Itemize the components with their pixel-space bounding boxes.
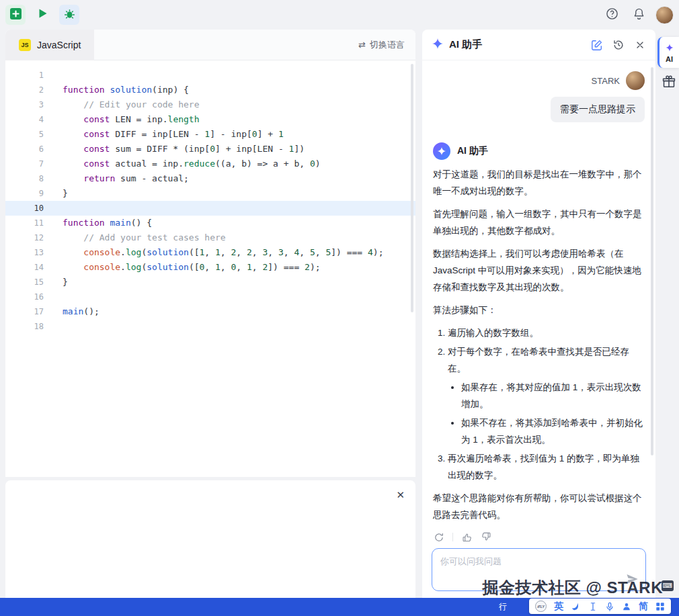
- code-line[interactable]: 8 return sum - actual;: [5, 171, 415, 186]
- new-file-button[interactable]: [5, 5, 26, 25]
- send-icon[interactable]: [625, 572, 639, 586]
- line-number[interactable]: 10: [5, 201, 44, 216]
- line-number[interactable]: 1: [5, 68, 44, 83]
- line-number[interactable]: 13: [5, 245, 44, 260]
- user-avatar[interactable]: [655, 6, 674, 24]
- code-text: return sum - actual;: [44, 171, 189, 186]
- ai-substep: 如果存在，将其对应的值加 1，表示出现次数增加。: [461, 379, 645, 412]
- chat-messages: STARK 需要一点思路提示 AI 助手 对于这道题，我们的目标是找出在一堆数字…: [422, 60, 655, 541]
- code-text: function solution(inp) {: [44, 83, 189, 97]
- line-number[interactable]: 16: [5, 290, 44, 304]
- ai-panel-header-actions: [591, 39, 646, 51]
- editor-tabbar: JS JavaScript ⇄ 切换语言: [5, 30, 415, 60]
- ai-intro: 对于这道题，我们的目标是找出在一堆数字中，那个唯一不成对出现的数字。首先理解问题…: [433, 166, 645, 318]
- code-line[interactable]: 18: [5, 319, 415, 334]
- message-actions: [433, 531, 645, 541]
- code-line[interactable]: 3 // Edit your code here: [5, 97, 415, 112]
- console-close-icon[interactable]: ✕: [396, 490, 405, 500]
- code-line[interactable]: 4 const LEN = inp.length: [5, 112, 415, 127]
- line-number[interactable]: 5: [5, 127, 44, 142]
- ime-mic-icon[interactable]: [605, 602, 614, 611]
- ime-simplified-toggle[interactable]: 简: [639, 601, 648, 613]
- help-button[interactable]: [602, 5, 622, 25]
- switch-language-button[interactable]: ⇄ 切换语言: [358, 39, 415, 51]
- regenerate-icon[interactable]: [433, 531, 444, 541]
- tab-javascript[interactable]: JS JavaScript: [5, 30, 94, 60]
- ai-sidebar-toggle[interactable]: AI: [657, 37, 679, 68]
- line-number[interactable]: 6: [5, 142, 44, 157]
- bug-icon: [63, 7, 76, 23]
- ai-panel-scrollbar[interactable]: [651, 67, 653, 455]
- code-line[interactable]: 7 const actual = inp.reduce((a, b) => a …: [5, 157, 415, 171]
- ai-step-bullets: 如果存在，将其对应的值加 1，表示出现次数增加。如果不存在，将其添加到哈希表中，…: [448, 379, 645, 448]
- plus-square-icon: [10, 8, 22, 22]
- actions-divider: [452, 533, 453, 541]
- ai-substep: 如果不存在，将其添加到哈希表中，并初始化为 1，表示首次出现。: [461, 414, 645, 448]
- ai-panel-title-group: AI 助手: [432, 38, 482, 52]
- ime-logo[interactable]: iFLY: [535, 601, 547, 612]
- ai-step: 再次遍历哈希表，找到值为 1 的数字，即为单独出现的数字。: [448, 450, 645, 484]
- line-number[interactable]: 7: [5, 157, 44, 171]
- topbar: [0, 0, 679, 30]
- chat-input[interactable]: [432, 549, 645, 590]
- line-number[interactable]: 2: [5, 83, 44, 97]
- code-line[interactable]: 13 console.log(solution([1, 1, 2, 2, 3, …: [5, 245, 415, 260]
- line-number[interactable]: 12: [5, 230, 44, 245]
- code-line[interactable]: 15}: [5, 275, 415, 290]
- chat-input-box: [432, 548, 646, 591]
- line-number[interactable]: 3: [5, 97, 44, 112]
- line-number[interactable]: 14: [5, 260, 44, 275]
- gift-icon[interactable]: [662, 75, 676, 89]
- code-text: [44, 201, 63, 216]
- code-editor-lines[interactable]: 12function solution(inp) {3 // Edit your…: [5, 60, 415, 334]
- code-line[interactable]: 1: [5, 68, 415, 83]
- new-chat-button[interactable]: [591, 39, 603, 51]
- tab-label: JavaScript: [37, 40, 81, 50]
- ai-paragraph: 算法步骤如下：: [433, 302, 645, 318]
- code-line[interactable]: 2function solution(inp) {: [5, 83, 415, 97]
- line-number[interactable]: 17: [5, 304, 44, 319]
- ai-sidebar-label: AI: [666, 55, 673, 63]
- code-text: const actual = inp.reduce((a, b) => a + …: [44, 157, 321, 171]
- topbar-left: [5, 5, 79, 25]
- code-text: [44, 319, 63, 334]
- thumbs-down-icon[interactable]: [481, 531, 492, 541]
- code-line[interactable]: 10: [5, 201, 415, 216]
- ai-outro: 希望这个思路能对你有所帮助，你可以尝试根据这个思路去完善代码。: [433, 490, 645, 523]
- code-line[interactable]: 5 const DIFF = inp[LEN - 1] - inp[0] + 1: [5, 127, 415, 142]
- history-button[interactable]: [612, 39, 625, 51]
- code-line[interactable]: 17main();: [5, 304, 415, 319]
- ime-cursor-icon[interactable]: [588, 602, 598, 611]
- code-line[interactable]: 11function main() {: [5, 216, 415, 230]
- ai-step: 遍历输入的数字数组。: [448, 324, 645, 341]
- ime-person-icon[interactable]: [622, 602, 631, 611]
- code-line[interactable]: 9}: [5, 186, 415, 201]
- line-number[interactable]: 9: [5, 186, 44, 201]
- line-number[interactable]: 4: [5, 112, 44, 127]
- thumbs-up-icon[interactable]: [461, 531, 473, 541]
- line-number[interactable]: 11: [5, 216, 44, 230]
- ai-step: 对于每个数字，在哈希表中查找其是否已经存在。如果存在，将其对应的值加 1，表示出…: [448, 343, 645, 448]
- topbar-right: [602, 5, 674, 25]
- code-line[interactable]: 16: [5, 290, 415, 304]
- editor-scrollbar[interactable]: [411, 64, 413, 312]
- code-line[interactable]: 12 // Add your test cases here: [5, 230, 415, 245]
- ime-swoosh-icon[interactable]: [571, 601, 581, 611]
- keyboard-icon[interactable]: ⌨: [662, 580, 674, 591]
- ime-grid-icon[interactable]: [655, 602, 665, 611]
- ai-avatar: [433, 142, 450, 160]
- app-root: JS JavaScript ⇄ 切换语言 12function solution…: [0, 0, 679, 616]
- code-text: [44, 290, 63, 304]
- debug-button[interactable]: [59, 5, 79, 25]
- line-number[interactable]: 8: [5, 171, 44, 186]
- close-panel-button[interactable]: [634, 39, 646, 51]
- ime-english-toggle[interactable]: 英: [554, 601, 563, 613]
- code-line[interactable]: 6 const sum = DIFF * (inp[0] + inp[LEN -…: [5, 142, 415, 157]
- code-line[interactable]: 14 console.log(solution([0, 1, 0, 1, 2])…: [5, 260, 415, 275]
- line-number[interactable]: 18: [5, 319, 44, 334]
- ai-message-header: AI 助手: [433, 142, 645, 160]
- run-button[interactable]: [32, 5, 52, 25]
- code-text: [44, 68, 63, 83]
- line-number[interactable]: 15: [5, 275, 44, 290]
- notifications-button[interactable]: [629, 5, 649, 25]
